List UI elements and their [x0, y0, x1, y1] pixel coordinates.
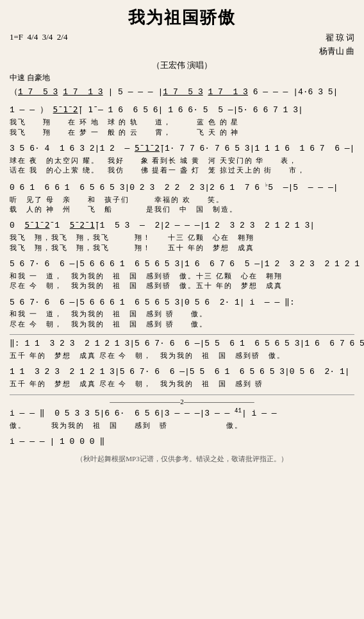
key-display: 1=F 4/4 3/4 2/4 [10, 31, 67, 43]
section-num: ——————————2—————————— [10, 398, 354, 405]
words-6b: 尽在 今 朝， 我为我的 祖 国 感到骄 傲。五十 年的 梦想 成真 [10, 281, 354, 291]
stave-5: 0 5̄ 1̄ 2̄ 1 5̄ 2̄ 1̄|1 5 3 — 2|2 — — —|… [10, 219, 354, 253]
notes-9: 1 1 3 2 3 2 1 2 1 3|5 6 7· 6 6 —|5 5 6 1… [10, 366, 354, 379]
words-5a: 我飞 翔，我飞 翔，我飞 翔！ 十三 亿颗 心在 翱翔 [10, 233, 354, 242]
page: 我为祖国骄傲 1=F 4/4 3/4 2/4 翟 琼 词 杨青山 曲 （王宏伟 … [10, 6, 354, 464]
words-2b: 我飞 翔 在 梦 一 般 的 云 霄， 飞 天 的 神 [10, 128, 354, 137]
intro-stave: （1 7 5 3 1 7 1 3 | 5 — — — |1 7 5 3 1 7 … [10, 86, 354, 99]
words-8: 五千 年的 梦想 成真 尽在 今 朝， 我为我的 祖 国 感到骄 傲。 [10, 351, 354, 360]
stave-final-1: i — — ‖ 0 5 3 3 5|6 6· 6 5 6|3 — — —|3 —… [10, 407, 354, 431]
words-3a: 球在 夜 的太空闪 耀。 我好 象 看到长 城 黄 河 天安门的 华 表， [10, 156, 354, 165]
words-4a: 听 见了 母 亲 和 孩子们 幸福的 欢 笑。 [10, 195, 354, 205]
words-9: 五千 年的 梦想 成真 尽在 今 朝， 我为我的 祖 国 感到 骄 [10, 379, 354, 389]
stave-2: 1 — — ） 5̄ 1̄ 2̄| 1̄ — 1 6 6 5 6| 1 6 6·… [10, 104, 354, 137]
words-5b: 我飞 翔，我飞 翔，我飞 翔！ 五十 年的 梦想 成真 [10, 243, 354, 253]
time-sig: 4/4 3/4 2/4 [28, 32, 68, 42]
key-tempo: 1=F 4/4 3/4 2/4 [10, 31, 67, 43]
notes-7: 5 6 7· 6 6 —|5 6 6 6 1 6 5 6 5 3|0 5 6 2… [10, 296, 354, 310]
notes-5: 0 5̄ 1̄ 2̄ 1 5̄ 2̄ 1̄|1 5 3 — 2|2 — — —|… [10, 219, 354, 233]
stave-7: 5 6 7· 6 6 —|5 6 6 6 1 6 5 6 5 3|0 5 6 2… [10, 296, 354, 330]
stave-9: 1 1 3 2 3 2 1 2 1 3|5 6 7· 6 6 —|5 5 6 1… [10, 366, 354, 389]
words-7a: 和我 一 道， 我为我的 祖 国 感到 骄 傲。 [10, 309, 354, 319]
words-2a: 我飞 翔 在 环 地 球 的 轨 道， 蓝 色 的 星 [10, 117, 354, 127]
notes-8: ‖: 1 1 3 2 3 2 1 2 1 3|5 6 7· 6 6 —|5 5 … [10, 337, 354, 351]
key: 1=F [10, 32, 23, 42]
lyricist: 翟 琼 词 [319, 31, 354, 45]
notes-final-1: i — — ‖ 0 5 3 3 5|6 6· 6 5 6|3 — — —|3 —… [10, 407, 354, 421]
author-line: 1=F 4/4 3/4 2/4 翟 琼 词 杨青山 曲 [10, 31, 354, 58]
stave-4: 0 6 1 6 6 1 6 5 6 5 3|0 2 3 2 2 2 3|2 6 … [10, 181, 354, 215]
stave-3: 3 5 6· 4 1 6 3 2|1 2 — 5̄ 1̄ 2̄|1· 7 7 6… [10, 142, 354, 176]
words-final-1: 傲。 我为我的 祖 国 感到 骄 傲。 [10, 421, 354, 430]
author-right: 翟 琼 词 杨青山 曲 [319, 31, 354, 58]
stave-6: 5 6 7· 6 6 —|5 6 6 6 1 6 5 6 5 3|1 6 6 7… [10, 258, 354, 291]
words-6a: 和我 一 道， 我为我的 祖 国 感到骄 傲。十三 亿颗 心在 翱翔 [10, 271, 354, 281]
stave-final-2: i — — — | 1 0 0 0 ‖ [10, 436, 354, 449]
words-3b: 话在 我 的心上萦 绕。 我仿 佛 提着一 盏 灯 笼 掠过天上的 街 市， [10, 165, 354, 175]
divider-1 [10, 334, 354, 335]
divider-2 [10, 394, 354, 395]
tempo: 中速 自豪地 [10, 72, 354, 83]
disclaimer: （秋叶起舞根据MP3记谱，仅供参考。错误之处，敬请批评指正。） [10, 454, 354, 464]
notes-2: 1 — — ） 5̄ 1̄ 2̄| 1̄ — 1 6 6 5 6| 1 6 6·… [10, 104, 354, 117]
composer: 杨青山 曲 [319, 45, 354, 58]
notes-final-2: i — — — | 1 0 0 0 ‖ [10, 436, 354, 449]
song-title: 我为祖国骄傲 [10, 6, 354, 29]
intro-notes: （1 7 5 3 1 7 1 3 | 5 — — — |1 7 5 3 1 7 … [10, 86, 354, 99]
notes-3: 3 5 6· 4 1 6 3 2|1 2 — 5̄ 1̄ 2̄|1· 7 7 6… [10, 142, 354, 156]
notes-4: 0 6 1 6 6 1 6 5 6 5 3|0 2 3 2 2 2 3|2 6 … [10, 181, 354, 195]
stave-8: ‖: 1 1 3 2 3 2 1 2 1 3|5 6 7· 6 6 —|5 5 … [10, 337, 354, 360]
notes-6: 5 6 7· 6 6 —|5 6 6 6 1 6 5 6 5 3|1 6 6 7… [10, 258, 354, 271]
words-4b: 载 人的 神 州 飞 船 是我们 中 国 制造。 [10, 205, 354, 214]
subtitle: （王宏伟 演唱） [10, 60, 354, 71]
words-7b: 尽在 今 朝， 我为我的 祖 国 感到 骄 傲。 [10, 319, 354, 329]
